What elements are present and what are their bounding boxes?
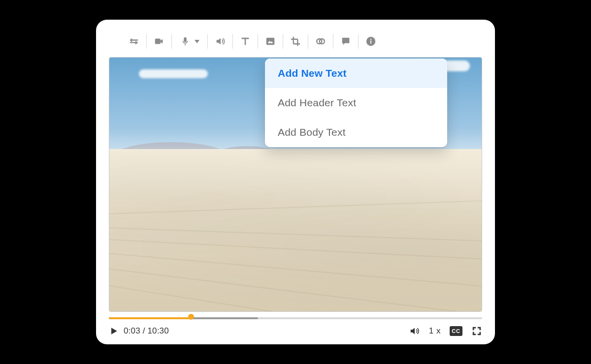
playback-speed[interactable]: 1 x — [429, 326, 441, 336]
fullscreen-button[interactable] — [471, 326, 482, 336]
volume-tool[interactable] — [208, 32, 232, 50]
scrub-handle[interactable] — [188, 314, 194, 320]
svg-rect-12 — [370, 40, 371, 43]
chevron-down-icon — [195, 40, 199, 43]
svg-rect-3 — [135, 41, 137, 44]
svg-rect-1 — [131, 39, 132, 42]
menu-item-add-new-text[interactable]: Add New Text — [265, 59, 447, 88]
play-button[interactable] — [109, 326, 119, 336]
text-tool[interactable] — [233, 32, 258, 50]
svg-rect-4 — [155, 39, 161, 44]
slider-tool[interactable] — [122, 32, 146, 50]
microphone-tool[interactable] — [172, 32, 207, 50]
svg-rect-2 — [130, 42, 138, 43]
info-tool[interactable] — [359, 32, 383, 50]
menu-item-add-header-text[interactable]: Add Header Text — [265, 88, 447, 118]
played-range — [109, 317, 191, 319]
editor-toolbar — [122, 32, 482, 50]
comment-tool[interactable] — [333, 32, 358, 50]
scrub-track[interactable] — [109, 316, 482, 321]
menu-item-add-body-text[interactable]: Add Body Text — [265, 118, 447, 147]
svg-rect-7 — [245, 38, 246, 45]
playback-controls: 0:03 / 10:30 1 x CC — [109, 316, 482, 336]
crop-tool[interactable] — [283, 32, 308, 50]
cc-button[interactable]: CC — [450, 326, 462, 336]
camera-tool[interactable] — [147, 32, 171, 50]
text-dropdown-menu: Add New Text Add Header Text Add Body Te… — [265, 59, 447, 147]
video-preview[interactable]: Add New Text Add Header Text Add Body Te… — [109, 57, 482, 312]
svg-point-13 — [370, 39, 371, 40]
video-editor-panel: Add New Text Add Header Text Add Body Te… — [96, 20, 495, 344]
volume-button[interactable] — [409, 326, 420, 336]
time-display: 0:03 / 10:30 — [124, 326, 169, 336]
svg-rect-5 — [184, 37, 187, 42]
svg-rect-8 — [266, 38, 275, 45]
loop-tool[interactable] — [308, 32, 333, 50]
media-tool[interactable] — [258, 32, 283, 50]
